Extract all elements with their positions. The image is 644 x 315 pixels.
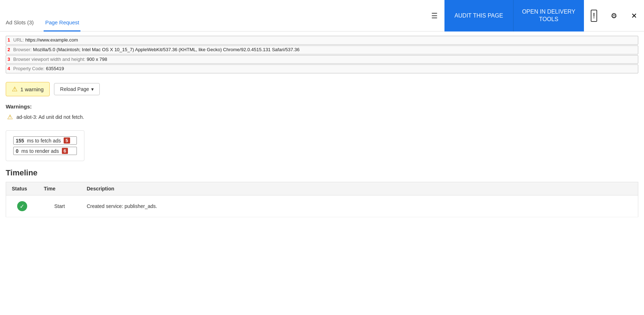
info-row-2: 2Browser:Mozilla/5.0 (Macintosh; Intel M… (6, 45, 638, 54)
status-check-icon: ✓ (17, 201, 27, 211)
stat-value: 0 (16, 148, 19, 154)
warning-badge-text: 1 warning (20, 86, 44, 92)
row-value: 6355419 (46, 65, 64, 73)
warning-badge: ⚠ 1 warning (6, 82, 50, 96)
comment-icon: ! (591, 10, 597, 22)
gear-icon: ⚙ (611, 11, 617, 20)
row-number: 2 (8, 46, 12, 54)
header-actions: ☰ AUDIT THIS PAGE OPEN IN DELIVERY TOOLS… (424, 0, 644, 31)
close-button[interactable]: ✕ (624, 0, 644, 32)
delivery-btn-line2: TOOLS (522, 16, 575, 23)
timeline-time-cell: Start (38, 195, 81, 217)
close-icon: ✕ (631, 11, 637, 20)
stat-label: ms to fetch ads (27, 138, 61, 144)
main-content: 1URL:https://www.example.com2Browser:Moz… (0, 32, 644, 222)
row-label: Property Code: (13, 65, 44, 73)
delivery-btn-line1: OPEN IN DELIVERY (522, 8, 575, 16)
info-row-4: 4Property Code:6355419 (6, 64, 638, 73)
row-value: https://www.example.com (25, 37, 78, 44)
reload-arrow-icon: ▾ (91, 86, 94, 92)
timeline-col-header: Status (6, 182, 38, 195)
row-label: URL: (13, 37, 24, 44)
warning-item-icon: ⚠ (7, 113, 13, 121)
stat-row: 0 ms to render ads6 (13, 147, 77, 155)
settings-button[interactable]: ⚙ (604, 0, 624, 32)
warnings-container: Warnings: ⚠ad-slot-3: Ad unit did not fe… (6, 103, 638, 121)
audit-this-page-button[interactable]: AUDIT THIS PAGE (444, 0, 513, 32)
comment-button[interactable]: ! (584, 0, 604, 32)
row-value: Mozilla/5.0 (Macintosh; Intel Mac OS X 1… (33, 46, 300, 54)
open-in-delivery-tools-button[interactable]: OPEN IN DELIVERY TOOLS (513, 0, 584, 32)
hamburger-icon: ☰ (431, 11, 438, 20)
info-row-1: 1URL:https://www.example.com (6, 36, 638, 45)
timeline-body: ✓StartCreated service: publisher_ads. (6, 195, 638, 217)
timeline-col-header: Time (38, 182, 81, 195)
tab-ad-slots[interactable]: Ad Slots (3) (4, 16, 35, 32)
timeline-col-header: Description (81, 182, 638, 195)
timeline-description-cell: Created service: publisher_ads. (81, 195, 638, 217)
tab-page-request[interactable]: Page Request (44, 16, 80, 32)
stat-badge: 5 (64, 137, 70, 144)
stat-row: 155 ms to fetch ads5 (13, 136, 77, 145)
stats-rows: 155 ms to fetch ads50 ms to render ads6 (13, 136, 77, 155)
timeline-section: Timeline StatusTimeDescription ✓StartCre… (6, 168, 638, 217)
reload-label: Reload Page (60, 86, 89, 92)
warning-items: ⚠ad-slot-3: Ad unit did not fetch. (6, 113, 638, 121)
warnings-title: Warnings: (6, 103, 638, 110)
row-number: 1 (8, 37, 12, 44)
stat-badge: 6 (62, 148, 68, 154)
timeline-title: Timeline (6, 168, 638, 178)
stat-value: 155 (16, 138, 24, 144)
stat-label: ms to render ads (21, 148, 59, 154)
warning-section: ⚠ 1 warning Reload Page ▾ (6, 82, 638, 96)
reload-page-button[interactable]: Reload Page ▾ (54, 83, 100, 95)
timeline-status-cell: ✓ (6, 195, 38, 217)
info-row-3: 3Browser viewport width and height:900 x… (6, 55, 638, 64)
hamburger-button[interactable]: ☰ (424, 0, 444, 32)
timeline-table: StatusTimeDescription ✓StartCreated serv… (6, 182, 638, 217)
row-label: Browser viewport width and height: (13, 56, 85, 63)
info-rows: 1URL:https://www.example.com2Browser:Moz… (6, 36, 638, 73)
row-number: 3 (8, 56, 12, 63)
warning-badge-icon: ⚠ (12, 85, 18, 93)
warning-item-text: ad-slot-3: Ad unit did not fetch. (16, 114, 84, 120)
row-number: 4 (8, 65, 12, 73)
timeline-header: StatusTimeDescription (6, 182, 638, 195)
tab-bar: Ad Slots (3)Page Request (0, 0, 424, 31)
timeline-row: ✓StartCreated service: publisher_ads. (6, 195, 638, 217)
header: Ad Slots (3)Page Request ☰ AUDIT THIS PA… (0, 0, 644, 32)
warning-item: ⚠ad-slot-3: Ad unit did not fetch. (6, 113, 638, 121)
stats-box: 155 ms to fetch ads50 ms to render ads6 (6, 130, 84, 161)
row-value: 900 x 798 (87, 56, 107, 63)
row-label: Browser: (13, 46, 31, 54)
